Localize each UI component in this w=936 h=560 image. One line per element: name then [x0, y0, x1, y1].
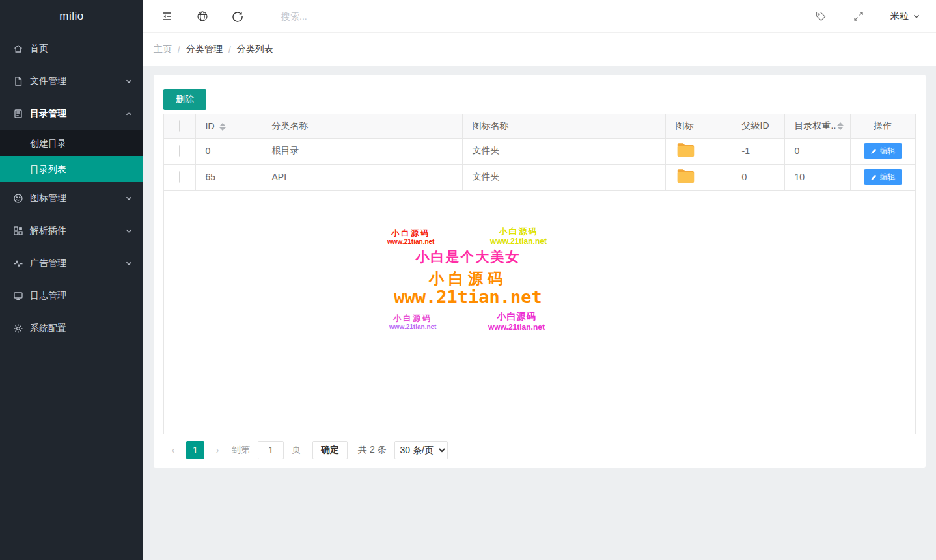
breadcrumb-category-management[interactable]: 分类管理	[186, 44, 223, 55]
sort-icon[interactable]	[219, 123, 226, 131]
pencil-icon	[870, 148, 877, 155]
watermark-url: www.21tian.net	[384, 286, 552, 308]
sidebar-item-directory-management[interactable]: 目录管理	[0, 98, 143, 130]
pagination: ‹ 1 › 到第 页 确定 共 2 条 30 条/页	[163, 441, 916, 459]
topbar-right: 米粒	[789, 10, 920, 22]
chevron-down-icon	[125, 260, 133, 267]
row-checkbox[interactable]	[179, 145, 180, 157]
breadcrumb: 主页 / 分类管理 / 分类列表	[143, 33, 936, 66]
sidebar-item-label: 系统配置	[30, 323, 133, 334]
total-count-label: 共 2 条	[358, 444, 387, 456]
pencil-icon	[870, 174, 877, 181]
column-header-icon: 图标	[665, 114, 732, 138]
refresh-icon[interactable]	[232, 10, 243, 22]
column-header-actions: 操作	[850, 114, 915, 138]
sidebar-item-label: 图标管理	[30, 193, 125, 204]
watermark-image: 小白源码 www.21tian.net 小白源码 www.21tian.net …	[384, 225, 552, 334]
goto-label: 到第	[232, 444, 250, 456]
table-header-row: ID 分类名称 图标名称 图标 父级ID 目录权重.. 操作	[164, 114, 915, 138]
column-header-parent-id: 父级ID	[732, 114, 784, 138]
cell-id: 0	[195, 138, 262, 164]
watermark-text: 小白源码 www.21tian.net	[389, 313, 436, 332]
next-page-button[interactable]: ›	[208, 441, 227, 459]
folder-icon	[676, 168, 695, 184]
cell-name: 根目录	[262, 138, 462, 164]
breadcrumb-separator: /	[178, 44, 180, 55]
page-unit-label: 页	[292, 444, 301, 456]
sidebar-item-ad-management[interactable]: 广告管理	[0, 247, 143, 280]
globe-icon[interactable]	[197, 10, 208, 22]
chevron-down-icon	[125, 77, 133, 85]
sidebar-item-file-management[interactable]: 文件管理	[0, 65, 143, 98]
sort-icon[interactable]	[837, 122, 844, 130]
sidebar-item-label: 目录管理	[30, 108, 125, 120]
smiley-icon	[13, 193, 23, 204]
file-icon	[13, 76, 23, 87]
sidebar-item-icon-management[interactable]: 图标管理	[0, 182, 143, 215]
delete-button[interactable]: 删除	[163, 89, 206, 110]
sidebar-item-log-management[interactable]: 日志管理	[0, 280, 143, 312]
cell-weight: 0	[784, 138, 850, 164]
current-page-button[interactable]: 1	[186, 441, 204, 459]
monitor-icon	[13, 291, 23, 301]
chevron-down-icon	[125, 227, 133, 235]
cell-icon-name: 文件夹	[462, 138, 665, 164]
sidebar-item-parse-plugin[interactable]: 解析插件	[0, 215, 143, 247]
watermark-text: 小白源码 www.21tian.net	[490, 226, 547, 247]
cell-icon-name: 文件夹	[462, 164, 665, 190]
cell-id: 65	[195, 164, 262, 190]
topbar: 米粒	[143, 0, 936, 33]
cell-name: API	[262, 164, 462, 190]
edit-button[interactable]: 编辑	[864, 169, 902, 185]
fullscreen-icon[interactable]	[853, 10, 864, 22]
watermark-text: 小白源码 www.21tian.net	[387, 228, 434, 247]
plugin-icon	[13, 226, 23, 236]
home-icon	[13, 44, 23, 54]
sidebar-item-create-directory[interactable]: 创建目录	[0, 130, 143, 156]
select-all-checkbox[interactable]	[179, 120, 180, 132]
column-header-icon-name: 图标名称	[462, 114, 665, 138]
column-header-id: ID	[206, 121, 215, 131]
sidebar-item-directory-list[interactable]: 目录列表	[0, 156, 143, 182]
watermark-title: 小白是个大美女	[384, 248, 552, 265]
chevron-down-icon	[125, 194, 133, 202]
pulse-icon	[13, 258, 23, 269]
prev-page-button[interactable]: ‹	[164, 441, 182, 459]
category-table-container: ID 分类名称 图标名称 图标 父级ID 目录权重.. 操作	[163, 114, 916, 434]
tag-icon[interactable]	[815, 10, 827, 22]
table-row: 65 API 文件夹 0 10	[164, 164, 915, 190]
sidebar-item-label: 解析插件	[30, 225, 125, 237]
breadcrumb-category-list: 分类列表	[237, 44, 273, 55]
app-logo: milio	[0, 0, 143, 33]
confirm-page-button[interactable]: 确定	[312, 441, 348, 459]
chevron-up-icon	[125, 110, 133, 118]
watermark-text: 小白源码 www.21tian.net	[488, 311, 545, 332]
sidebar-item-label: 首页	[30, 43, 133, 55]
app-window: milio 首页 文件管理 目录管理 创建目录 目录列表	[0, 0, 936, 560]
edit-button[interactable]: 编辑	[864, 143, 902, 159]
sidebar-item-home[interactable]: 首页	[0, 33, 143, 65]
chevron-down-icon	[913, 12, 920, 20]
edit-button-label: 编辑	[880, 172, 896, 183]
breadcrumb-home[interactable]: 主页	[154, 44, 172, 55]
cell-parent-id: -1	[732, 138, 784, 164]
fold-sidebar-icon[interactable]	[161, 10, 173, 22]
watermark-text: 小白源码	[384, 269, 552, 288]
folder-icon	[676, 142, 695, 158]
page-number-input[interactable]	[258, 441, 284, 459]
sidebar-item-system-config[interactable]: 系统配置	[0, 312, 143, 345]
sidebar-item-label: 广告管理	[30, 258, 125, 269]
column-header-weight: 目录权重..	[795, 120, 836, 131]
category-table: ID 分类名称 图标名称 图标 父级ID 目录权重.. 操作	[164, 114, 915, 191]
page-size-select[interactable]: 30 条/页	[394, 441, 448, 459]
search-input[interactable]	[281, 11, 424, 21]
category-list-panel: 删除 ID 分类名称 图标名称	[154, 75, 926, 468]
sidebar-item-label: 文件管理	[30, 75, 125, 87]
cell-parent-id: 0	[732, 164, 784, 190]
user-menu[interactable]: 米粒	[890, 10, 920, 22]
row-checkbox[interactable]	[179, 171, 180, 183]
cell-icon	[665, 164, 732, 190]
gear-icon	[13, 323, 23, 334]
column-header-name: 分类名称	[262, 114, 462, 138]
edit-button-label: 编辑	[880, 146, 896, 157]
